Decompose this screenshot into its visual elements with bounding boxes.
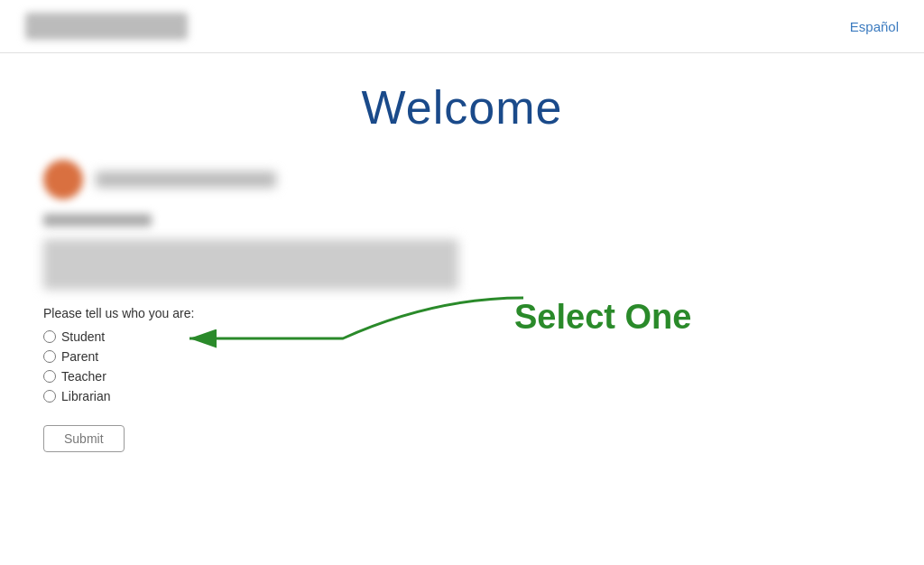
radio-label-parent: Parent <box>61 349 98 364</box>
language-switcher[interactable]: Español <box>850 19 899 34</box>
radio-label-librarian: Librarian <box>61 389 110 403</box>
radio-student[interactable] <box>43 330 56 343</box>
radio-item-parent[interactable]: Parent <box>43 349 881 364</box>
user-info-row <box>43 160 881 199</box>
user-name-blurred <box>96 171 276 188</box>
main-content: Welcome Please tell us who you are: Stud… <box>0 53 924 470</box>
page-title: Welcome <box>43 80 881 134</box>
radio-teacher[interactable] <box>43 370 56 383</box>
description-blurred <box>43 239 458 290</box>
user-avatar <box>43 160 83 199</box>
radio-label-student: Student <box>61 329 105 344</box>
radio-parent[interactable] <box>43 350 56 363</box>
logo <box>25 13 188 40</box>
label-blurred <box>43 214 152 227</box>
radio-librarian[interactable] <box>43 390 56 403</box>
radio-item-teacher[interactable]: Teacher <box>43 369 881 384</box>
role-radio-group: Student Parent Teacher Librarian <box>43 329 881 403</box>
radio-item-student[interactable]: Student <box>43 329 881 344</box>
prompt-label: Please tell us who you are: <box>43 306 881 320</box>
submit-button[interactable]: Submit <box>43 425 125 452</box>
radio-item-librarian[interactable]: Librarian <box>43 389 881 403</box>
header: Español <box>0 0 924 53</box>
radio-label-teacher: Teacher <box>61 369 106 384</box>
